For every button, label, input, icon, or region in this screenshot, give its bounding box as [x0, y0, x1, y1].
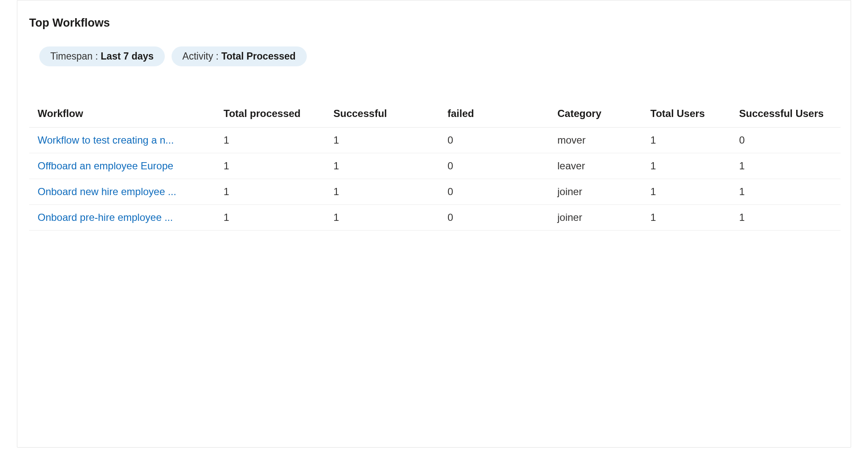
cell-total-processed: 1	[215, 179, 325, 205]
cell-total-users: 1	[642, 205, 731, 231]
cell-successful: 1	[325, 179, 439, 205]
cell-category: joiner	[549, 205, 642, 231]
cell-category: leaver	[549, 153, 642, 179]
timespan-filter-label: Timespan :	[50, 51, 101, 62]
col-header-successful[interactable]: Successful	[325, 100, 439, 128]
cell-failed: 0	[439, 128, 549, 153]
cell-failed: 0	[439, 205, 549, 231]
activity-filter[interactable]: Activity : Total Processed	[172, 46, 307, 66]
col-header-total-users[interactable]: Total Users	[642, 100, 731, 128]
col-header-successful-users[interactable]: Successful Users	[731, 100, 841, 128]
top-workflows-card: Top Workflows Timespan : Last 7 days Act…	[17, 0, 851, 448]
table-row: Offboard an employee Europe110leaver11	[29, 153, 841, 179]
col-header-total-processed[interactable]: Total processed	[215, 100, 325, 128]
activity-filter-label: Activity :	[183, 51, 221, 62]
cell-successful-users: 1	[731, 179, 841, 205]
cell-successful-users: 1	[731, 153, 841, 179]
cell-workflow: Onboard pre-hire employee ...	[29, 205, 215, 231]
cell-total-users: 1	[642, 179, 731, 205]
cell-successful: 1	[325, 205, 439, 231]
workflows-table: Workflow Total processed Successful fail…	[29, 100, 841, 231]
col-header-workflow[interactable]: Workflow	[29, 100, 215, 128]
workflow-link[interactable]: Offboard an employee Europe	[38, 160, 173, 171]
col-header-category[interactable]: Category	[549, 100, 642, 128]
cell-category: joiner	[549, 179, 642, 205]
timespan-filter[interactable]: Timespan : Last 7 days	[39, 46, 165, 66]
cell-category: mover	[549, 128, 642, 153]
cell-successful-users: 1	[731, 205, 841, 231]
workflow-link[interactable]: Workflow to test creating a n...	[38, 134, 174, 146]
cell-failed: 0	[439, 179, 549, 205]
table-row: Onboard pre-hire employee ...110joiner11	[29, 205, 841, 231]
workflow-link[interactable]: Onboard new hire employee ...	[38, 186, 176, 197]
cell-total-users: 1	[642, 153, 731, 179]
cell-total-processed: 1	[215, 153, 325, 179]
cell-workflow: Onboard new hire employee ...	[29, 179, 215, 205]
cell-total-processed: 1	[215, 205, 325, 231]
cell-failed: 0	[439, 153, 549, 179]
table-row: Onboard new hire employee ...110joiner11	[29, 179, 841, 205]
cell-workflow: Offboard an employee Europe	[29, 153, 215, 179]
filters-row: Timespan : Last 7 days Activity : Total …	[39, 46, 841, 66]
cell-successful-users: 0	[731, 128, 841, 153]
card-title: Top Workflows	[29, 16, 841, 30]
workflow-link[interactable]: Onboard pre-hire employee ...	[38, 212, 173, 223]
cell-successful: 1	[325, 128, 439, 153]
cell-total-users: 1	[642, 128, 731, 153]
cell-successful: 1	[325, 153, 439, 179]
cell-workflow: Workflow to test creating a n...	[29, 128, 215, 153]
timespan-filter-value: Last 7 days	[101, 51, 153, 62]
col-header-failed[interactable]: failed	[439, 100, 549, 128]
table-header: Workflow Total processed Successful fail…	[29, 100, 841, 128]
activity-filter-value: Total Processed	[221, 51, 296, 62]
table-row: Workflow to test creating a n...110mover…	[29, 128, 841, 153]
table-body: Workflow to test creating a n...110mover…	[29, 128, 841, 231]
cell-total-processed: 1	[215, 128, 325, 153]
